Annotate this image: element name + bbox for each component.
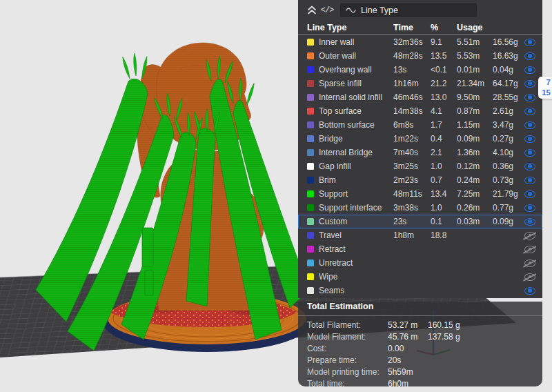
visibility-eye-icon[interactable] <box>524 218 535 226</box>
table-row-bridge[interactable]: Bridge1m22s0.40.09m0.27g <box>298 132 542 146</box>
line-type-label: Bridge <box>319 134 393 144</box>
line-type-label: Gap infill <box>319 161 393 171</box>
table-row-outer-wall[interactable]: Outer wall48m28s13.55.53m16.63g <box>298 49 542 63</box>
table-row-internal-solid-infill[interactable]: Internal solid infill46m46s13.09.50m28.5… <box>298 90 542 104</box>
percent-value: 0.7 <box>431 175 457 185</box>
color-swatch <box>307 204 314 211</box>
table-row-gap-infill[interactable]: Gap infill3m25s1.00.12m0.36g <box>298 159 542 173</box>
line-type-wave-icon <box>346 7 356 14</box>
time-value: 3m25s <box>393 161 431 171</box>
gcode-view-icon[interactable]: </> <box>319 3 335 17</box>
table-row-support-interface[interactable]: Support interface3m38s1.00.26m0.77g <box>298 201 542 215</box>
line-type-label: Seams <box>319 286 393 295</box>
visibility-eye-icon[interactable] <box>524 135 535 143</box>
table-row-internal-bridge[interactable]: Internal Bridge7m40s2.11.36m4.10g <box>298 146 542 159</box>
percent-value: 2.1 <box>431 148 457 157</box>
visibility-eye-icon[interactable] <box>524 232 535 239</box>
visibility-eye-icon[interactable] <box>524 66 535 74</box>
visibility-eye-icon[interactable] <box>524 94 535 101</box>
layer-top-value: 7 <box>542 77 552 88</box>
color-swatch <box>307 39 314 46</box>
total-value-g: 160.15 g <box>428 320 542 330</box>
total-value-m: 5h59m <box>388 367 428 377</box>
collapse-panel-icon[interactable] <box>304 3 319 17</box>
table-row-unretract[interactable]: Unretract <box>298 256 542 270</box>
color-swatch <box>307 94 314 101</box>
meters-value: 1.36m <box>457 148 493 157</box>
line-type-label: Inner wall <box>319 37 393 47</box>
meters-value: 0.26m <box>457 203 493 213</box>
cost-row: Cost:0.00 <box>298 342 542 354</box>
total-label: Total Filament: <box>307 320 388 330</box>
grams-value: 0.27g <box>493 134 520 144</box>
header-usage: Usage <box>457 23 542 32</box>
meters-value: 5.53m <box>457 51 493 61</box>
visibility-eye-icon[interactable] <box>524 190 535 198</box>
table-row-top-surface[interactable]: Top surface14m38s4.10.87m2.61g <box>298 104 542 118</box>
percent-value: <0.1 <box>431 65 457 75</box>
total-time-row: Total time:6h0m <box>298 378 542 386</box>
total-value-m: 45.76 m <box>388 332 428 342</box>
line-type-label: Top surface <box>319 106 393 116</box>
table-row-bottom-surface[interactable]: Bottom surface6m8s1.71.15m3.47g <box>298 118 542 132</box>
visibility-eye-icon[interactable] <box>524 80 535 88</box>
visibility-eye-icon[interactable] <box>524 177 535 184</box>
table-row-sparse-infill[interactable]: Sparse infill1h16m21.221.34m64.17g <box>298 77 542 90</box>
meters-value: 5.51m <box>457 37 493 47</box>
visibility-eye-icon[interactable] <box>524 39 535 46</box>
table-row-seams[interactable]: Seams <box>298 284 542 297</box>
view-type-value: Line Type <box>361 6 398 15</box>
line-type-label: Brim <box>319 175 393 185</box>
visibility-eye-icon[interactable] <box>524 52 535 60</box>
grams-value: 0.73g <box>493 175 520 185</box>
table-row-retract[interactable]: Retract <box>298 242 542 256</box>
color-swatch <box>307 177 314 184</box>
total-estimation-title: Total Estimation <box>298 302 542 313</box>
line-type-label: Wipe <box>319 272 393 282</box>
table-row-brim[interactable]: Brim2m23s0.70.24m0.73g <box>298 173 542 187</box>
visibility-eye-icon[interactable] <box>524 121 535 129</box>
table-row-overhang-wall[interactable]: Overhang wall13s<0.10.01m0.04g <box>298 63 542 77</box>
header-percent: % <box>431 23 457 32</box>
percent-value: 9.1 <box>431 37 457 47</box>
line-type-table: Inner wall32m36s9.15.51m16.56g Outer wal… <box>298 35 542 297</box>
total-label: Total time: <box>307 379 388 387</box>
table-row-inner-wall[interactable]: Inner wall32m36s9.15.51m16.56g <box>298 35 542 49</box>
header-time: Time <box>393 23 431 32</box>
percent-value: 18.8 <box>431 231 457 240</box>
grams-value: 28.55g <box>493 92 520 102</box>
layer-range-tooltip: 7 15 <box>538 77 552 99</box>
grams-value: 0.36g <box>493 161 520 171</box>
visibility-eye-icon[interactable] <box>524 246 535 253</box>
view-type-dropdown[interactable]: Line Type <box>340 3 477 17</box>
color-swatch <box>307 259 314 266</box>
table-row-support[interactable]: Support48m11s13.47.25m21.79g <box>298 187 542 201</box>
time-value: 23s <box>393 217 431 226</box>
table-row-travel[interactable]: Travel1h8m18.8 <box>298 228 542 242</box>
table-row-custom[interactable]: Custom23s0.10.03m0.09g <box>298 215 542 228</box>
meters-value: 1.15m <box>457 120 493 130</box>
time-value: 32m36s <box>393 37 431 47</box>
visibility-eye-icon[interactable] <box>524 287 535 295</box>
visibility-eye-icon[interactable] <box>524 163 535 170</box>
visibility-eye-icon[interactable] <box>524 259 535 267</box>
meters-value: 0.87m <box>457 106 493 116</box>
visibility-eye-icon[interactable] <box>524 273 535 281</box>
panel-top-section: </> Line Type Line Type Time % Usage Inn… <box>298 0 542 298</box>
visibility-eye-icon[interactable] <box>524 149 535 157</box>
percent-value: 0.4 <box>431 134 457 144</box>
line-type-label: Support <box>319 189 393 199</box>
visibility-eye-icon[interactable] <box>524 108 535 115</box>
total-label: Prepare time: <box>307 355 388 365</box>
grams-value: 3.47g <box>493 120 520 130</box>
visibility-eye-icon[interactable] <box>524 204 535 212</box>
total-filament-row: Total Filament:53.27 m160.15 g <box>298 319 542 331</box>
total-label: Model Filament: <box>307 332 388 342</box>
table-row-wipe[interactable]: Wipe <box>298 270 542 284</box>
percent-value: 13.4 <box>431 189 457 199</box>
time-value: 48m11s <box>393 189 431 199</box>
color-swatch <box>307 287 314 294</box>
meters-value: 9.50m <box>457 92 493 102</box>
line-type-label: Retract <box>319 244 393 254</box>
line-type-label: Outer wall <box>319 51 393 61</box>
